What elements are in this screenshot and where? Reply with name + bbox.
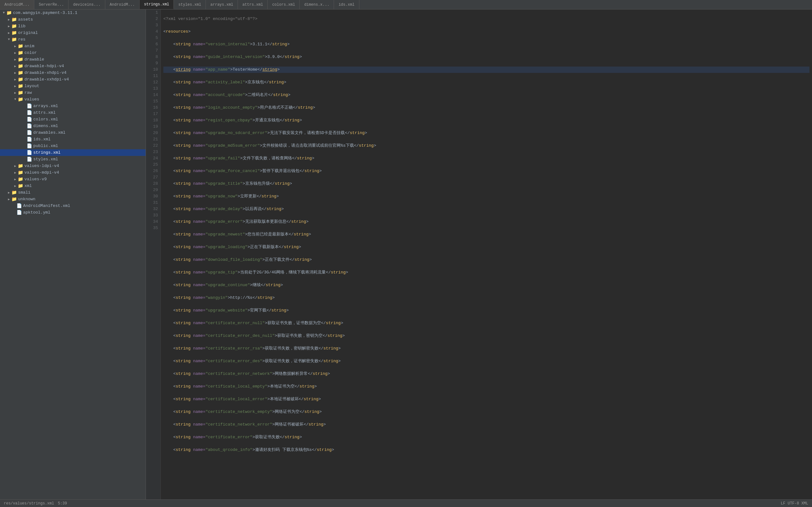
tab-serverre[interactable]: ServerRe...: [34, 0, 68, 9]
tree-label: public.xml: [33, 144, 58, 148]
tree-original[interactable]: ▶ 📁 original: [0, 30, 146, 36]
tab-dimens-xml[interactable]: dimens.x...: [300, 0, 334, 9]
line-num: 17: [148, 111, 158, 117]
tree-label: assets: [18, 17, 33, 22]
code-line: <string name="certificate_error_des">获取证…: [163, 358, 809, 364]
tree-values[interactable]: ▼ 📁 values: [0, 96, 146, 103]
tree-label: values-mdpi-v4: [24, 170, 59, 175]
tree-drawable-xhdpi[interactable]: ▶ 📁 drawable-xhdpi-v4: [0, 69, 146, 76]
tree-values-mdpi[interactable]: ▶ 📁 values-mdpi-v4: [0, 169, 146, 176]
tab-attrs-xml[interactable]: attrs.xml: [238, 0, 268, 9]
arrow-icon: ▶: [6, 191, 11, 194]
tree-label: arrays.xml: [33, 104, 58, 108]
tree-unknown[interactable]: ▶ 📁 unknown: [0, 196, 146, 203]
tree-ids-xml[interactable]: 📄 ids.xml: [0, 136, 146, 143]
line-num: 26: [148, 168, 158, 174]
line-num: 9: [148, 60, 158, 66]
line-num: 2: [148, 16, 158, 22]
tree-drawables-xml[interactable]: 📄 drawables.xml: [0, 129, 146, 136]
tab-deviceins[interactable]: deviceins...: [68, 0, 105, 9]
tab-androidm-2[interactable]: AndroidM...: [105, 0, 140, 9]
tree-res[interactable]: ▼ 📁 res: [0, 36, 146, 43]
tree-layout[interactable]: ▶ 📁 layout: [0, 83, 146, 89]
tree-label: drawable-xhdpi-v4: [24, 70, 67, 75]
tree-color[interactable]: ▶ 📁 color: [0, 49, 146, 56]
tree-label: layout: [24, 83, 39, 89]
status-cursor: 5:39: [58, 501, 67, 506]
line-num: 14: [148, 92, 158, 98]
tree-strings-xml[interactable]: 📄 strings.xml: [0, 149, 146, 156]
tree-label: drawable-hdpi-v4: [24, 64, 64, 68]
code-line: <string name="upgrade_fail">文件下载失败，请检查网络…: [163, 155, 809, 162]
tree-styles-xml[interactable]: 📄 styles.xml: [0, 156, 146, 163]
folder-icon: 📁: [18, 170, 23, 175]
file-icon: 📄: [16, 203, 22, 209]
code-line: <string name="download_file_loading">正在下…: [163, 257, 809, 263]
tree-anim[interactable]: ▶ 📁 anim: [0, 43, 146, 49]
folder-icon: 📁: [11, 190, 17, 195]
code-line: <string name="upgrade_title">京东钱包升级</str…: [163, 181, 809, 187]
tree-values-v9[interactable]: ▶ 📁 values-v9: [0, 176, 146, 182]
tree-attrs-xml[interactable]: 📄 attrs.xml: [0, 109, 146, 116]
tree-smali[interactable]: ▶ 📁 smali: [0, 189, 146, 196]
arrow-icon: ▶: [13, 91, 18, 95]
tab-ids-xml[interactable]: ids.xml: [334, 0, 359, 9]
tree-colors-xml[interactable]: 📄 colors.xml: [0, 116, 146, 123]
folder-icon: 📁: [6, 10, 12, 15]
file-icon: 📄: [27, 143, 32, 149]
tree-drawable-hdpi[interactable]: ▶ 📁 drawable-hdpi-v4: [0, 63, 146, 69]
file-icon: 📄: [16, 210, 22, 215]
tree-apktool-yml[interactable]: 📄 apktool.yml: [0, 209, 146, 216]
arrow-icon: ▶: [13, 51, 18, 55]
line-num: 22: [148, 143, 158, 149]
code-line: <string name="upgrade_error">无法获取版本更新信息<…: [163, 219, 809, 225]
tree-label: dimens.xml: [33, 124, 58, 128]
tree-lib[interactable]: ▶ 📁 lib: [0, 23, 146, 30]
tab-strings-xml[interactable]: strings.xml: [140, 0, 174, 9]
tree-drawable-xxhdpi[interactable]: ▶ 📁 drawable-xxhdpi-v4: [0, 76, 146, 83]
tab-styles-xml[interactable]: styles.xml: [174, 0, 206, 9]
file-tree: ▼ 📁 com.wangyin.payment-3.11.1 ▶ 📁 asset…: [0, 9, 146, 499]
folder-icon: 📁: [11, 30, 17, 36]
file-icon: 📄: [27, 150, 32, 155]
line-num: 4: [148, 29, 158, 35]
file-icon: 📄: [27, 117, 32, 122]
tree-xml[interactable]: ▶ 📁 xml: [0, 182, 146, 189]
line-num: 29: [148, 187, 158, 193]
code-line: <string name="upgrade_now">立即更新</string>: [163, 193, 809, 200]
line-num: 18: [148, 117, 158, 124]
tree-root[interactable]: ▼ 📁 com.wangyin.payment-3.11.1: [0, 9, 146, 16]
code-line: <?xml version="1.0" encoding="utf-8"?>: [163, 16, 809, 22]
tree-assets[interactable]: ▶ 📁 assets: [0, 16, 146, 23]
tree-label: xml: [24, 183, 32, 188]
tree-dimens-xml[interactable]: 📄 dimens.xml: [0, 123, 146, 129]
tree-drawable[interactable]: ▶ 📁 drawable: [0, 56, 146, 63]
code-editor[interactable]: 1 2 3 4 5 6 7 8 9 10 11 12 13 14 15 16 1…: [146, 9, 812, 499]
tab-colors-xml[interactable]: colors.xml: [268, 0, 300, 9]
code-line: <string name="regist_open_cbpay">开通京东钱包<…: [163, 117, 809, 124]
code-line: <string name="certificate_error_null">获取…: [163, 320, 809, 326]
tab-bar: AndroidM... ServerRe... deviceins... And…: [0, 0, 812, 9]
arrow-icon: ▶: [13, 71, 18, 75]
file-icon: 📄: [27, 157, 32, 162]
code-line: <string name="certificate_local_error">本…: [163, 396, 809, 402]
tab-androidm-1[interactable]: AndroidM...: [0, 0, 34, 9]
tree-public-xml[interactable]: 📄 public.xml: [0, 143, 146, 149]
line-num: 13: [148, 86, 158, 92]
tree-values-ldpi[interactable]: ▶ 📁 values-ldpi-v4: [0, 163, 146, 169]
line-num: 6: [148, 41, 158, 48]
arrow-icon: ▶: [6, 31, 11, 35]
code-line: <string name="upgrade_delay">以后再说</strin…: [163, 206, 809, 212]
tree-label: drawable: [24, 57, 44, 62]
line-num: 35: [148, 225, 158, 231]
line-num: 23: [148, 149, 158, 155]
line-num: 28: [148, 181, 158, 187]
tree-raw[interactable]: ▶ 📁 raw: [0, 89, 146, 96]
line-num: 19: [148, 124, 158, 130]
tree-arrays-xml[interactable]: 📄 arrays.xml: [0, 103, 146, 109]
tree-label: original: [18, 31, 38, 35]
tree-androidmanifest-xml[interactable]: 📄 AndroidManifest.xml: [0, 203, 146, 209]
tab-arrays-xml[interactable]: arrays.xml: [206, 0, 238, 9]
folder-icon: 📁: [18, 183, 23, 188]
arrow-icon: ▼: [13, 98, 18, 101]
